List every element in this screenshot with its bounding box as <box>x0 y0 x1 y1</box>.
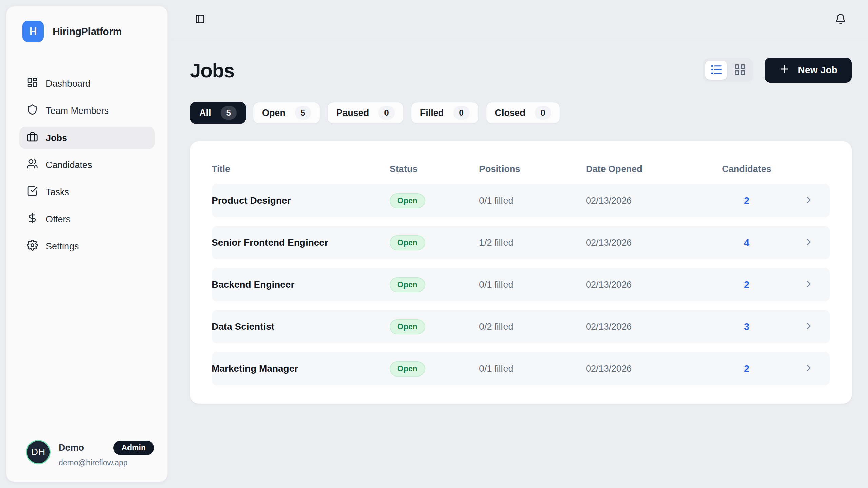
user-section: DH Demo Admin demo@hireflow.app <box>6 440 167 482</box>
positions-cell: 0/1 filled <box>479 196 586 206</box>
job-title: Data Scientist <box>212 321 390 332</box>
candidates-count-link[interactable]: 3 <box>706 321 787 332</box>
list-view-button[interactable] <box>705 61 727 80</box>
column-header-status: Status <box>390 164 479 175</box>
filter-tab-paused[interactable]: Paused 0 <box>327 102 404 124</box>
user-name: Demo <box>59 443 84 453</box>
sidebar: H HiringPlatform Dashboard Team Members <box>6 6 168 482</box>
filter-count: 5 <box>295 106 311 120</box>
positions-cell: 1/2 filled <box>479 238 586 248</box>
sidebar-item-dashboard[interactable]: Dashboard <box>19 73 155 95</box>
user-avatar[interactable]: DH <box>26 440 51 464</box>
check-square-icon <box>27 185 38 199</box>
sidebar-item-label: Tasks <box>46 187 69 198</box>
column-header-positions: Positions <box>479 164 586 175</box>
positions-cell: 0/1 filled <box>479 364 586 374</box>
filter-count: 5 <box>221 106 237 120</box>
sidebar-item-label: Offers <box>46 214 71 225</box>
brand[interactable]: H HiringPlatform <box>6 6 167 42</box>
filter-label: Paused <box>336 108 369 118</box>
column-header-date-opened: Date Opened <box>586 164 706 175</box>
positions-cell: 0/1 filled <box>479 280 586 290</box>
filter-tab-filled[interactable]: Filled 0 <box>411 102 479 124</box>
date-opened-cell: 02/13/2026 <box>586 196 706 206</box>
filter-tab-open[interactable]: Open 5 <box>253 102 320 124</box>
table-row[interactable]: Backend Engineer Open 0/1 filled 02/13/2… <box>212 268 830 301</box>
chevron-right-icon <box>803 278 814 291</box>
app-window: H HiringPlatform Dashboard Team Members <box>0 0 868 488</box>
topbar <box>173 0 868 39</box>
briefcase-icon <box>27 131 38 145</box>
sidebar-item-candidates[interactable]: Candidates <box>19 154 155 176</box>
main-area: Jobs <box>173 0 868 488</box>
filter-tab-all[interactable]: All 5 <box>190 102 246 124</box>
grid-icon <box>734 63 746 77</box>
head-actions: New Job <box>703 58 852 83</box>
filter-label: All <box>199 108 211 118</box>
filter-label: Filled <box>420 108 444 118</box>
panel-left-icon <box>195 14 205 25</box>
filter-count: 0 <box>378 106 394 120</box>
column-header-title: Title <box>212 164 390 175</box>
dollar-icon <box>27 212 38 226</box>
status-badge: Open <box>390 235 425 250</box>
filter-label: Open <box>262 108 285 118</box>
table-row[interactable]: Data Scientist Open 0/2 filled 02/13/202… <box>212 310 830 343</box>
dashboard-icon <box>27 77 38 90</box>
filter-tab-closed[interactable]: Closed 0 <box>486 102 560 124</box>
chevron-right-icon <box>803 362 814 375</box>
job-title: Backend Engineer <box>212 279 390 290</box>
candidates-count-link[interactable]: 2 <box>706 279 787 290</box>
sidebar-nav: Dashboard Team Members Jobs Candidates <box>6 73 167 258</box>
table-row[interactable]: Senior Frontend Engineer Open 1/2 filled… <box>212 226 830 259</box>
candidates-count-link[interactable]: 2 <box>706 195 787 206</box>
role-badge: Admin <box>113 441 154 455</box>
brand-name: HiringPlatform <box>53 26 122 37</box>
plus-icon <box>779 63 790 77</box>
sidebar-item-team-members[interactable]: Team Members <box>19 100 155 122</box>
job-title: Marketing Manager <box>212 363 390 374</box>
candidates-count-link[interactable]: 4 <box>706 237 787 248</box>
date-opened-cell: 02/13/2026 <box>586 238 706 248</box>
sidebar-item-label: Settings <box>46 241 79 252</box>
column-header-candidates: Candidates <box>706 164 787 175</box>
new-job-label: New Job <box>798 65 837 76</box>
shield-icon <box>27 104 38 118</box>
list-icon <box>710 63 723 77</box>
sidebar-item-label: Team Members <box>46 106 109 116</box>
status-badge: Open <box>390 193 425 208</box>
user-meta: Demo Admin demo@hireflow.app <box>59 440 154 467</box>
sidebar-item-label: Dashboard <box>46 79 91 89</box>
job-title: Senior Frontend Engineer <box>212 237 390 248</box>
sidebar-item-jobs[interactable]: Jobs <box>19 127 155 149</box>
bell-icon <box>835 13 846 26</box>
table-body: Product Designer Open 0/1 filled 02/13/2… <box>212 184 830 385</box>
table-row[interactable]: Marketing Manager Open 0/1 filled 02/13/… <box>212 352 830 385</box>
users-icon <box>27 158 38 172</box>
date-opened-cell: 02/13/2026 <box>586 322 706 332</box>
sidebar-toggle-button[interactable] <box>195 14 205 25</box>
table-row[interactable]: Product Designer Open 0/1 filled 02/13/2… <box>212 184 830 217</box>
new-job-button[interactable]: New Job <box>765 58 852 83</box>
status-filters: All 5 Open 5 Paused 0 Filled 0 Closed <box>190 102 852 124</box>
candidates-count-link[interactable]: 2 <box>706 363 787 374</box>
chevron-right-icon <box>803 320 814 333</box>
user-email: demo@hireflow.app <box>59 458 154 467</box>
chevron-right-icon <box>803 194 814 207</box>
user-initials: DH <box>31 447 45 458</box>
view-toggle <box>703 58 753 82</box>
grid-view-button[interactable] <box>729 61 751 80</box>
sidebar-item-offers[interactable]: Offers <box>19 208 155 230</box>
jobs-page: Jobs <box>173 39 868 404</box>
sidebar-item-label: Jobs <box>46 133 67 143</box>
page-title: Jobs <box>190 59 234 82</box>
sidebar-item-label: Candidates <box>46 160 92 170</box>
positions-cell: 0/2 filled <box>479 322 586 332</box>
brand-logo-letter: H <box>29 25 37 38</box>
sidebar-item-settings[interactable]: Settings <box>19 235 155 258</box>
filter-count: 0 <box>453 106 469 120</box>
job-title: Product Designer <box>212 195 390 206</box>
chevron-right-icon <box>803 236 814 249</box>
notifications-button[interactable] <box>835 13 846 26</box>
sidebar-item-tasks[interactable]: Tasks <box>19 181 155 203</box>
